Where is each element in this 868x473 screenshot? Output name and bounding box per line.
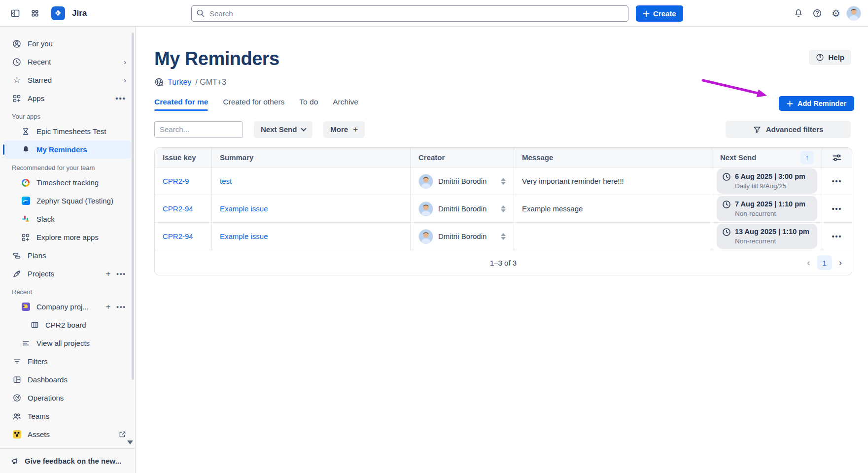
sidebar-item-zephyr[interactable]: Zephyr Squad (Testing) <box>4 192 131 210</box>
column-settings-button[interactable] <box>822 148 852 168</box>
recurrence-label: Non-recurrent <box>735 237 809 246</box>
sidebar-item-explore-more-apps[interactable]: Explore more apps <box>4 228 131 246</box>
notifications-bell-icon[interactable] <box>790 5 807 22</box>
summary-link[interactable]: Example issue <box>220 232 268 240</box>
sidebar-item-starred[interactable]: ☆ Starred › <box>4 71 131 89</box>
sidebar-item-projects[interactable]: Projects + ••• <box>4 265 131 283</box>
create-button[interactable]: Create <box>636 5 683 22</box>
globe-clock-icon <box>154 77 164 87</box>
clock-icon <box>722 228 731 236</box>
more-options-icon[interactable]: ••• <box>116 270 126 277</box>
message-cell: Very important reminder here!!! <box>514 168 712 195</box>
help-button-label: Help <box>828 53 844 62</box>
issue-key-link[interactable]: CPR2-9 <box>163 177 189 185</box>
chevron-right-icon[interactable]: › <box>124 58 126 66</box>
global-search-input[interactable] <box>191 5 628 22</box>
column-header-issue-key[interactable]: Issue key <box>155 148 212 168</box>
gear-icon[interactable]: ⚙ <box>828 5 844 22</box>
scroll-down-arrow-icon[interactable] <box>127 440 133 444</box>
column-header-summary[interactable]: Summary <box>212 148 411 168</box>
row-actions-menu[interactable]: ••• <box>832 205 842 213</box>
sidebar-item-epic-timesheets[interactable]: Epic Timesheets Test <box>4 122 131 140</box>
funnel-icon <box>753 126 761 134</box>
tab-to-do[interactable]: To do <box>299 98 318 111</box>
reorder-stepper-icon[interactable] <box>501 233 506 240</box>
advanced-filters-button[interactable]: Advanced filters <box>726 121 851 138</box>
sidebar-item-teams[interactable]: Teams <box>4 407 131 425</box>
summary-link[interactable]: Example issue <box>220 204 268 213</box>
sidebar-item-company-project[interactable]: Company proj... + ••• <box>4 298 131 316</box>
clock-icon <box>12 58 22 67</box>
reminders-search-input[interactable] <box>154 121 243 138</box>
help-button[interactable]: Help <box>809 50 851 65</box>
chevron-right-icon[interactable]: › <box>124 76 126 84</box>
tab-created-for-others[interactable]: Created for others <box>223 98 284 111</box>
sidebar-item-dashboards[interactable]: Dashboards <box>4 371 131 389</box>
dashboards-icon <box>12 375 22 384</box>
add-project-icon[interactable]: + <box>105 269 110 279</box>
more-options-icon[interactable]: ••• <box>116 303 126 310</box>
add-icon[interactable]: + <box>105 302 110 312</box>
sidebar-item-filters[interactable]: Filters <box>4 352 131 371</box>
sidebar-item-apps[interactable]: Apps ••• <box>4 89 131 107</box>
sliders-icon <box>832 153 842 163</box>
sidebar-feedback-link[interactable]: Give feedback on the new... <box>0 449 135 473</box>
sidebar-item-plans[interactable]: Plans <box>4 246 131 265</box>
next-send-datetime: 7 Aug 2025 | 1:10 pm <box>735 200 805 209</box>
help-icon[interactable] <box>809 5 826 22</box>
sidebar-item-label: Apps <box>28 94 109 102</box>
issue-key-link[interactable]: CPR2-94 <box>163 204 193 213</box>
more-filters-button[interactable]: More + <box>323 121 365 138</box>
add-reminder-button[interactable]: Add Reminder <box>779 96 854 111</box>
sidebar-item-assets[interactable]: Assets <box>4 425 131 443</box>
help-circle-icon <box>816 53 824 62</box>
next-send-pill: 7 Aug 2025 | 1:10 pm Non-recurrent <box>717 196 817 221</box>
issue-key-link[interactable]: CPR2-94 <box>163 232 193 240</box>
sidebar-item-view-all-projects[interactable]: View all projects <box>4 334 131 352</box>
timezone-row: Turkey / GMT+3 <box>154 77 868 87</box>
sidebar-item-label: Slack <box>36 215 126 223</box>
sidebar-collapse-icon[interactable] <box>7 5 24 22</box>
sidebar-item-label: Epic Timesheets Test <box>36 127 126 135</box>
sort-ascending-icon[interactable]: ↑ <box>800 151 814 164</box>
timezone-location-link[interactable]: Turkey <box>168 78 191 87</box>
plus-icon <box>643 10 650 17</box>
next-page-icon[interactable]: › <box>837 257 844 268</box>
tab-archive[interactable]: Archive <box>333 98 358 111</box>
next-send-pill: 6 Aug 2025 | 3:00 pm Daily till 9/Aug/25 <box>717 169 817 194</box>
sidebar-item-label: Assets <box>28 430 113 439</box>
sidebar-item-label: View all projects <box>36 339 126 347</box>
sidebar-item-slack[interactable]: Slack <box>4 210 131 228</box>
next-send-filter-label: Next Send <box>261 125 297 134</box>
sidebar-item-cpr2-board[interactable]: CPR2 board <box>4 316 131 334</box>
row-actions-menu[interactable]: ••• <box>832 233 842 240</box>
sidebar-item-timesheet-tracking[interactable]: Timesheet tracking <box>4 173 131 192</box>
sidebar-item-for-you[interactable]: For you <box>4 34 131 53</box>
tab-created-for-me[interactable]: Created for me <box>154 98 208 111</box>
next-send-filter-button[interactable]: Next Send <box>254 121 312 138</box>
sidebar-scrollbar[interactable] <box>132 33 134 380</box>
summary-link[interactable]: test <box>220 177 232 185</box>
search-icon <box>196 9 205 18</box>
sidebar-item-recent[interactable]: Recent › <box>4 53 131 71</box>
more-options-icon[interactable]: ••• <box>115 94 126 102</box>
sidebar-item-operations[interactable]: Operations <box>4 389 131 407</box>
app-switcher-icon[interactable] <box>27 5 43 22</box>
column-header-message[interactable]: Message <box>514 148 712 168</box>
jira-logo[interactable] <box>51 6 65 20</box>
reorder-stepper-icon[interactable] <box>501 178 506 185</box>
column-header-next-send[interactable]: Next Send ↑ <box>712 148 822 168</box>
creator-avatar <box>418 202 433 216</box>
project-avatar-icon <box>21 303 31 311</box>
reorder-stepper-icon[interactable] <box>501 205 506 212</box>
row-actions-menu[interactable]: ••• <box>832 177 842 185</box>
section-recommended: Recommended for your team <box>4 159 131 173</box>
user-avatar[interactable] <box>846 6 861 21</box>
column-header-creator[interactable]: Creator <box>411 148 514 168</box>
previous-page-icon[interactable]: ‹ <box>805 257 812 268</box>
sidebar-item-label: For you <box>28 39 126 48</box>
sidebar-item-my-reminders[interactable]: My Reminders <box>4 140 131 159</box>
page-number-button[interactable]: 1 <box>817 255 832 270</box>
external-link-icon[interactable] <box>119 431 126 438</box>
table-row: CPR2-94 Example issue Dmitrii Borodin <box>155 223 852 250</box>
